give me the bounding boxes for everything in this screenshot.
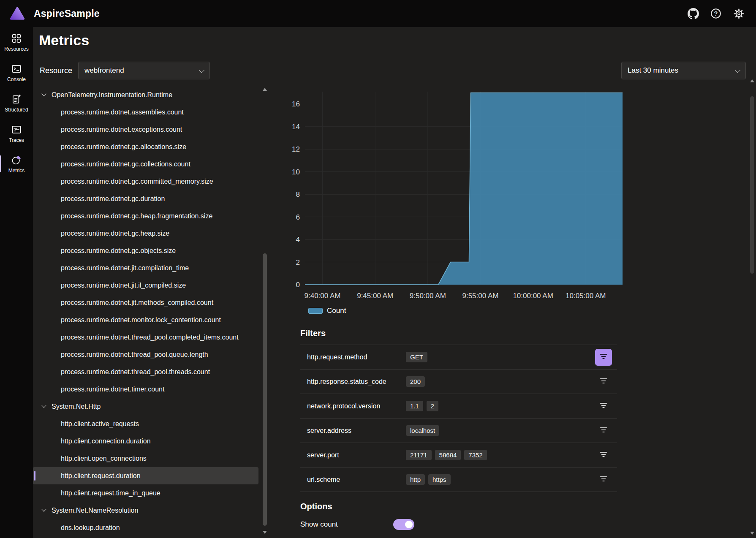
resource-select[interactable]: webfrontend bbox=[78, 62, 210, 79]
tree-item-process.runtime.dotnet.jit.compilation_time[interactable]: process.runtime.dotnet.jit.compilation_t… bbox=[33, 259, 258, 277]
tree-item-process.runtime.dotnet.gc.allocations.size[interactable]: process.runtime.dotnet.gc.allocations.si… bbox=[33, 138, 258, 155]
tree-scrollbar[interactable] bbox=[261, 86, 269, 535]
tree-item-http.client.active_requests[interactable]: http.client.active_requests bbox=[33, 415, 258, 432]
scroll-up-arrow-icon[interactable] bbox=[750, 79, 754, 82]
filter-value-badge: 1.1 bbox=[406, 401, 423, 411]
tree-item-process.runtime.dotnet.jit.methods_compiled.count[interactable]: process.runtime.dotnet.jit.methods_compi… bbox=[33, 294, 258, 311]
scroll-down-arrow-icon[interactable] bbox=[263, 531, 267, 534]
sidebar-item-metrics[interactable]: Metrics bbox=[0, 149, 33, 179]
tree-item-http.client.connection.duration[interactable]: http.client.connection.duration bbox=[33, 432, 258, 450]
tree-item-process.runtime.dotnet.gc.heap.fragmentation.size[interactable]: process.runtime.dotnet.gc.heap.fragmenta… bbox=[33, 207, 258, 225]
filter-value-badge: 21171 bbox=[406, 450, 432, 460]
filter-label: http.request.method bbox=[300, 353, 406, 361]
app-title: AspireSample bbox=[34, 8, 100, 19]
tree-item-process.runtime.dotnet.thread_pool.completed_items.count[interactable]: process.runtime.dotnet.thread_pool.compl… bbox=[33, 329, 258, 346]
tree-item-label: process.runtime.dotnet.gc.collections.co… bbox=[61, 160, 190, 168]
sidebar-item-label: Resources bbox=[4, 46, 28, 52]
svg-text:10:05:00 AM: 10:05:00 AM bbox=[566, 292, 606, 300]
show-count-toggle[interactable] bbox=[393, 519, 414, 530]
tree-item-process.runtime.dotnet.exceptions.count[interactable]: process.runtime.dotnet.exceptions.count bbox=[33, 121, 258, 138]
filter-button[interactable] bbox=[595, 398, 612, 415]
svg-text:6: 6 bbox=[296, 213, 300, 221]
github-icon[interactable] bbox=[684, 5, 702, 22]
time-range-select[interactable]: Last 30 minutes bbox=[621, 62, 746, 79]
metrics-tree: OpenTelemetry.Instrumentation.Runtimepro… bbox=[33, 86, 258, 538]
tree-group-System.Net.NameResolution[interactable]: System.Net.NameResolution bbox=[33, 502, 258, 519]
svg-text:9:55:00 AM: 9:55:00 AM bbox=[462, 292, 498, 300]
traces-icon bbox=[11, 124, 22, 135]
svg-text:2: 2 bbox=[296, 258, 300, 266]
filter-values: 1.12 bbox=[406, 401, 595, 411]
tree-item-label: OpenTelemetry.Instrumentation.Runtime bbox=[52, 91, 172, 99]
tree-item-label: process.runtime.dotnet.gc.duration bbox=[61, 195, 165, 203]
tree-item-process.runtime.dotnet.assemblies.count[interactable]: process.runtime.dotnet.assemblies.count bbox=[33, 103, 258, 121]
tree-group-OpenTelemetry.Instrumentation.Runtime[interactable]: OpenTelemetry.Instrumentation.Runtime bbox=[33, 86, 258, 103]
show-count-row: Show count bbox=[300, 517, 478, 532]
tree-item-process.runtime.dotnet.thread_pool.threads.count[interactable]: process.runtime.dotnet.thread_pool.threa… bbox=[33, 363, 258, 380]
tree-item-process.runtime.dotnet.monitor.lock_contention.count[interactable]: process.runtime.dotnet.monitor.lock_cont… bbox=[33, 311, 258, 329]
filter-button[interactable] bbox=[595, 447, 612, 464]
help-icon[interactable]: ? bbox=[707, 5, 725, 22]
console-icon bbox=[11, 63, 22, 74]
tree-item-label: process.runtime.dotnet.jit.methods_compi… bbox=[61, 299, 213, 307]
chevron-down-icon bbox=[199, 68, 204, 73]
tree-item-label: process.runtime.dotnet.thread_pool.threa… bbox=[61, 368, 210, 376]
filter-button[interactable] bbox=[595, 422, 612, 439]
tree-item-label: System.Net.Http bbox=[52, 403, 101, 410]
chevron-down-icon bbox=[41, 507, 46, 511]
filter-button[interactable] bbox=[595, 471, 612, 488]
filter-label: server.address bbox=[300, 427, 406, 435]
tree-item-process.runtime.dotnet.gc.duration[interactable]: process.runtime.dotnet.gc.duration bbox=[33, 190, 258, 207]
svg-text:16: 16 bbox=[292, 100, 300, 108]
page-scrollbar-thumb[interactable] bbox=[750, 96, 754, 274]
filter-value-badge: 2 bbox=[427, 401, 438, 411]
svg-text:9:40:00 AM: 9:40:00 AM bbox=[305, 292, 341, 300]
tree-item-label: process.runtime.dotnet.exceptions.count bbox=[61, 126, 182, 133]
svg-text:9:45:00 AM: 9:45:00 AM bbox=[357, 292, 393, 300]
tree-item-http.client.request.duration[interactable]: http.client.request.duration bbox=[33, 467, 258, 484]
scroll-down-arrow-icon[interactable] bbox=[750, 532, 754, 535]
filter-values: httphttps bbox=[406, 474, 595, 485]
tree-item-process.runtime.dotnet.gc.heap.size[interactable]: process.runtime.dotnet.gc.heap.size bbox=[33, 225, 258, 242]
tree-item-dns.lookup.duration[interactable]: dns.lookup.duration bbox=[33, 519, 258, 536]
tree-item-label: http.client.request.time_in_queue bbox=[61, 489, 160, 497]
sidebar-item-traces[interactable]: Traces bbox=[0, 118, 33, 149]
tree-item-http.client.request.time_in_queue[interactable]: http.client.request.time_in_queue bbox=[33, 484, 258, 502]
tree-item-label: System.Net.NameResolution bbox=[52, 507, 138, 514]
legend-swatch bbox=[308, 308, 323, 314]
filter-values: GET bbox=[406, 352, 595, 362]
tree-item-process.runtime.dotnet.thread_pool.queue.length[interactable]: process.runtime.dotnet.thread_pool.queue… bbox=[33, 346, 258, 363]
tree-item-process.runtime.dotnet.gc.objects.size[interactable]: process.runtime.dotnet.gc.objects.size bbox=[33, 242, 258, 259]
header-actions: ? bbox=[684, 5, 748, 22]
filter-button[interactable] bbox=[595, 349, 612, 366]
filter-row-url.scheme: url.schemehttphttps bbox=[300, 467, 617, 492]
settings-icon[interactable] bbox=[730, 5, 748, 22]
tree-item-process.runtime.dotnet.gc.committed_memory.size[interactable]: process.runtime.dotnet.gc.committed_memo… bbox=[33, 173, 258, 190]
filter-value-badge: localhost bbox=[406, 425, 439, 436]
filter-icon bbox=[599, 401, 608, 412]
filter-button[interactable] bbox=[595, 373, 612, 390]
filter-label: url.scheme bbox=[300, 476, 406, 484]
filter-row-http.response.status_code: http.response.status_code200 bbox=[300, 370, 617, 394]
tree-item-label: process.runtime.dotnet.gc.objects.size bbox=[61, 247, 176, 255]
sidebar-item-resources[interactable]: Resources bbox=[0, 27, 33, 57]
page-scrollbar[interactable] bbox=[748, 78, 756, 536]
resource-select-value: webfrontend bbox=[84, 66, 124, 75]
tree-item-label: process.runtime.dotnet.jit.il_compiled.s… bbox=[61, 282, 186, 289]
aspire-logo-icon bbox=[9, 5, 25, 22]
filter-row-server.address: server.addresslocalhost bbox=[300, 418, 617, 443]
tree-item-process.runtime.dotnet.timer.count[interactable]: process.runtime.dotnet.timer.count bbox=[33, 380, 258, 398]
scroll-up-arrow-icon[interactable] bbox=[263, 88, 267, 91]
tree-group-System.Net.Http[interactable]: System.Net.Http bbox=[33, 398, 258, 415]
tree-item-label: process.runtime.dotnet.jit.compilation_t… bbox=[61, 264, 189, 272]
options-title: Options bbox=[300, 502, 332, 511]
tree-item-http.client.open_connections[interactable]: http.client.open_connections bbox=[33, 450, 258, 467]
tree-item-label: http.client.open_connections bbox=[61, 455, 147, 462]
sidebar-item-console[interactable]: Console bbox=[0, 57, 33, 88]
sidebar-item-structured[interactable]: Structured bbox=[0, 88, 33, 118]
structured-icon bbox=[11, 94, 22, 105]
tree-item-process.runtime.dotnet.gc.collections.count[interactable]: process.runtime.dotnet.gc.collections.co… bbox=[33, 155, 258, 173]
tree-scrollbar-thumb[interactable] bbox=[263, 253, 267, 526]
svg-text:14: 14 bbox=[292, 123, 300, 131]
tree-item-process.runtime.dotnet.jit.il_compiled.size[interactable]: process.runtime.dotnet.jit.il_compiled.s… bbox=[33, 277, 258, 294]
